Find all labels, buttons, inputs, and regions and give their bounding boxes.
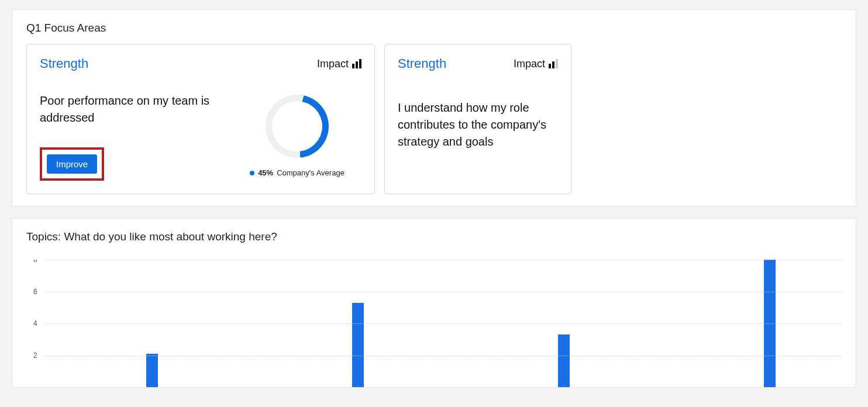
signal-bars-icon — [352, 59, 361, 68]
card-description: I understand how my role contributes to … — [398, 99, 558, 150]
card-description: Poor performance on my team is addressed — [40, 92, 221, 126]
gridline — [45, 260, 842, 260]
gridline — [45, 292, 842, 292]
topics-panel: Topics: What do you like most about work… — [12, 218, 856, 388]
donut-legend: 45% Company's Average — [250, 168, 345, 177]
gridline — [45, 356, 842, 356]
focus-cards-row: Strength Impact Poor performance on my t… — [26, 44, 842, 194]
legend-dot-icon — [250, 171, 254, 175]
bar — [352, 303, 364, 387]
bar — [558, 334, 570, 387]
card-header: Strength Impact — [40, 56, 361, 71]
y-axis-tick: 2 — [33, 351, 37, 360]
highlight-annotation: Improve — [40, 147, 104, 181]
legend-percent: 45% — [258, 168, 273, 177]
focus-areas-title: Q1 Focus Areas — [26, 22, 842, 35]
card-header: Strength Impact — [398, 56, 558, 71]
impact-label: Impact — [317, 58, 349, 70]
focus-card-1: Strength Impact Poor performance on my t… — [26, 44, 375, 194]
legend-text: Company's Average — [277, 168, 345, 177]
impact-indicator: Impact — [317, 58, 361, 70]
impact-indicator: Impact — [514, 58, 558, 70]
strength-link[interactable]: Strength — [40, 56, 88, 71]
gridline — [45, 323, 842, 324]
donut-column: 45% Company's Average — [233, 92, 361, 177]
y-axis-tick: 6 — [33, 288, 37, 296]
focus-card-2: Strength Impact I understand how my role… — [384, 44, 571, 194]
improve-button[interactable]: Improve — [47, 154, 97, 174]
donut-chart — [260, 89, 335, 164]
bar-chart: 2468 — [33, 260, 842, 387]
y-axis-tick: 4 — [33, 319, 37, 327]
bar — [146, 354, 158, 387]
impact-label: Impact — [514, 58, 545, 70]
card-body: Poor performance on my team is addressed… — [40, 92, 361, 181]
strength-link[interactable]: Strength — [398, 56, 446, 71]
focus-areas-panel: Q1 Focus Areas Strength Impact Poor perf… — [12, 9, 856, 206]
topics-title: Topics: What do you like most about work… — [26, 230, 842, 243]
signal-bars-icon — [549, 59, 558, 68]
y-axis-tick: 8 — [33, 260, 37, 264]
card-left-column: Poor performance on my team is addressed… — [40, 92, 221, 181]
